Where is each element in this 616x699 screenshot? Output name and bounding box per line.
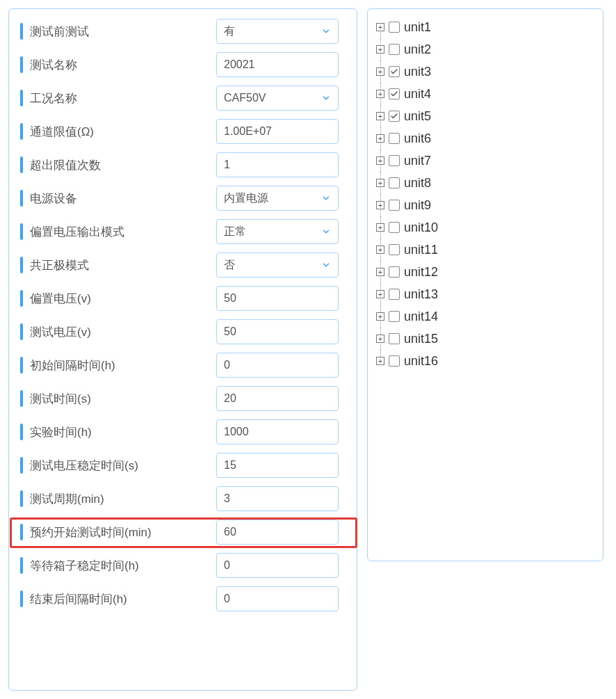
text-input[interactable] — [224, 392, 331, 405]
tree-node-label[interactable]: unit10 — [404, 220, 438, 235]
tree-checkbox[interactable] — [389, 155, 400, 166]
tree-node-label[interactable]: unit4 — [404, 87, 431, 102]
text-field — [216, 453, 339, 478]
form-row: 实验时间(h) — [20, 419, 346, 444]
text-input[interactable] — [224, 159, 331, 171]
tree-node-label[interactable]: unit14 — [404, 310, 438, 324]
text-field — [216, 119, 339, 144]
select-field[interactable]: 内置电源 — [216, 186, 339, 211]
tree-expander[interactable]: + — [376, 335, 384, 343]
tree-checkbox[interactable] — [389, 311, 400, 322]
form-label-wrap: 结束后间隔时间(h) — [20, 590, 216, 607]
tree-node-label[interactable]: unit11 — [404, 243, 438, 257]
tree-node-label[interactable]: unit7 — [404, 154, 431, 168]
tree-checkbox[interactable] — [389, 22, 400, 33]
tree-node: +unit7 — [376, 150, 594, 172]
tree-expander[interactable]: + — [376, 179, 384, 187]
text-input[interactable] — [224, 593, 331, 605]
tree-expander[interactable]: + — [376, 23, 384, 31]
tree-node-label[interactable]: unit3 — [404, 65, 431, 79]
tree-expander[interactable]: + — [376, 223, 384, 232]
text-input[interactable] — [224, 459, 331, 472]
form-row: 结束后间隔时间(h) — [20, 586, 346, 611]
form-label: 测试电压(v) — [30, 324, 91, 340]
tree-checkbox[interactable] — [389, 88, 400, 99]
tree-checkbox[interactable] — [389, 177, 400, 188]
tree-expander[interactable]: + — [376, 156, 384, 165]
form-label: 共正极模式 — [30, 257, 89, 273]
tree-node-label[interactable]: unit5 — [404, 109, 431, 124]
tree-checkbox[interactable] — [389, 289, 400, 300]
select-field[interactable]: 否 — [216, 252, 339, 278]
text-field — [216, 486, 339, 511]
tree-expander[interactable]: + — [376, 268, 384, 276]
form-label-wrap: 偏置电压(v) — [20, 290, 216, 307]
tree-node-label[interactable]: unit2 — [404, 42, 431, 57]
label-accent-bar — [20, 257, 23, 273]
form-label: 电源设备 — [30, 191, 77, 207]
select-field[interactable]: 有 — [216, 19, 339, 44]
tree-checkbox[interactable] — [389, 266, 400, 278]
text-field — [216, 319, 339, 344]
tree-checkbox[interactable] — [389, 222, 400, 233]
form-row: 初始间隔时间(h) — [20, 353, 346, 378]
tree-node: +unit15 — [376, 328, 594, 350]
tree-node: +unit10 — [376, 216, 594, 239]
text-input[interactable] — [224, 559, 331, 572]
tree-node: +unit3 — [376, 61, 594, 83]
form-label: 超出限值次数 — [30, 157, 101, 173]
form-label: 测试周期(min) — [30, 491, 104, 507]
tree-node-label[interactable]: unit1 — [404, 20, 431, 35]
text-field — [216, 419, 339, 444]
text-input[interactable] — [224, 326, 331, 338]
text-field — [216, 520, 339, 545]
label-accent-bar — [20, 290, 23, 307]
text-input[interactable] — [224, 359, 331, 371]
text-field — [216, 386, 339, 411]
text-input[interactable] — [224, 526, 331, 538]
select-field[interactable]: CAF50V — [216, 86, 339, 111]
select-field[interactable]: 正常 — [216, 219, 339, 244]
tree-checkbox[interactable] — [389, 333, 400, 344]
tree-expander[interactable]: + — [376, 134, 384, 143]
tree-node-label[interactable]: unit8 — [404, 176, 431, 191]
text-input[interactable] — [224, 58, 331, 71]
tree-checkbox[interactable] — [389, 111, 400, 122]
tree-expander[interactable]: + — [376, 312, 384, 321]
form-label-wrap: 测试前测试 — [20, 23, 216, 40]
tree-expander[interactable]: + — [376, 201, 384, 209]
form-label-wrap: 电源设备 — [20, 190, 216, 207]
form-label-wrap: 等待箱子稳定时间(h) — [20, 557, 216, 574]
tree-expander[interactable]: + — [376, 290, 384, 298]
tree-expander[interactable]: + — [376, 246, 384, 254]
tree-checkbox[interactable] — [389, 200, 400, 211]
form-row: 测试时间(s) — [20, 386, 346, 411]
form-label-wrap: 实验时间(h) — [20, 424, 216, 440]
label-accent-bar — [20, 123, 23, 140]
tree-checkbox[interactable] — [389, 355, 400, 367]
tree-expander[interactable]: + — [376, 90, 384, 98]
select-value: 正常 — [224, 225, 246, 239]
tree-node-label[interactable]: unit15 — [404, 332, 438, 346]
text-input[interactable] — [224, 292, 331, 305]
tree-node-label[interactable]: unit6 — [404, 131, 431, 146]
text-field — [216, 553, 339, 578]
tree-checkbox[interactable] — [389, 244, 400, 255]
form-label: 预约开始测试时间(min) — [30, 524, 152, 540]
text-input[interactable] — [224, 125, 331, 138]
text-input[interactable] — [224, 492, 331, 505]
tree-expander[interactable]: + — [376, 357, 384, 365]
tree-checkbox[interactable] — [389, 66, 400, 77]
tree-checkbox[interactable] — [389, 44, 400, 55]
tree-expander[interactable]: + — [376, 67, 384, 76]
tree-checkbox[interactable] — [389, 133, 400, 144]
chevron-down-icon — [321, 227, 331, 236]
tree-expander[interactable]: + — [376, 45, 384, 54]
tree-node-label[interactable]: unit13 — [404, 287, 438, 302]
tree-expander[interactable]: + — [376, 112, 384, 120]
text-input[interactable] — [224, 426, 331, 438]
tree-node-label[interactable]: unit9 — [404, 198, 431, 213]
tree-node-label[interactable]: unit16 — [404, 354, 438, 369]
tree-node-label[interactable]: unit12 — [404, 265, 438, 280]
chevron-down-icon — [321, 93, 331, 103]
